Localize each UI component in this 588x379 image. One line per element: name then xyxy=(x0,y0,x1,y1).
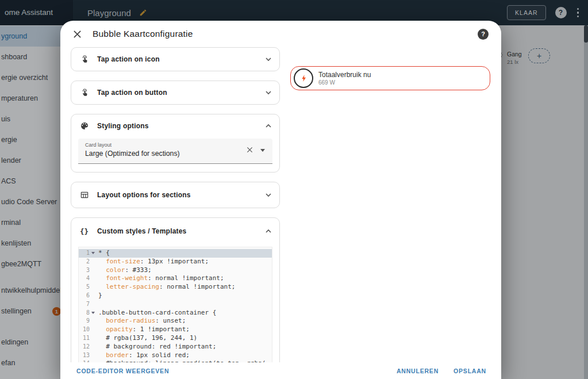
close-icon[interactable] xyxy=(73,30,82,39)
panel-layout-options-for-sections: Layout options for sections xyxy=(71,182,280,208)
panel-tap-action-on-button-toggle[interactable]: Tap action on button xyxy=(71,81,279,104)
code-gutter: 7 xyxy=(79,300,96,309)
bubble-card-preview[interactable]: Totaalverbruik nu 669 W xyxy=(290,66,490,90)
code-line[interactable]: 3 color: #333; xyxy=(79,266,272,275)
panel-custom-styles-toggle[interactable]: {} Custom styles / Templates xyxy=(71,218,279,244)
code-line[interactable]: 6} xyxy=(79,292,272,300)
panel-tap-action-on-icon-toggle[interactable]: Tap action on icon xyxy=(71,48,279,71)
code-line[interactable]: 7 xyxy=(79,300,272,309)
flash-icon xyxy=(294,68,313,88)
save-button[interactable]: OPSLAAN xyxy=(454,367,486,374)
code-line[interactable]: 10 opacity: 1 !important; xyxy=(79,326,272,334)
code-line[interactable]: 4 font-weight: normal !important; xyxy=(79,274,272,283)
code-gutter: 11 xyxy=(79,334,96,343)
panel-label: Custom styles / Templates xyxy=(97,227,187,235)
dialog-header: Bubble Kaartconfiguratie ? xyxy=(60,21,501,47)
code-gutter: 5 xyxy=(79,283,96,292)
fold-arrow-icon[interactable] xyxy=(91,252,95,254)
code-gutter: 13 xyxy=(79,351,96,360)
bubble-card-config-dialog: Bubble Kaartconfiguratie ? Tap action on… xyxy=(60,21,501,379)
code-gutter: 8 xyxy=(79,309,96,317)
panel-tap-action-on-button: Tap action on button xyxy=(71,81,280,105)
screen: ome Assistant Playground KLAAR ? yground… xyxy=(0,0,588,379)
preview-value: 669 W xyxy=(318,79,371,86)
code-gutter: 10 xyxy=(79,326,96,334)
panel-styling-options: Styling options Card layout Large (Optim… xyxy=(71,114,280,173)
card-layout-select[interactable]: Card layout Large (Optimized for section… xyxy=(78,139,272,164)
chevron-down-icon xyxy=(265,193,272,197)
cancel-button[interactable]: ANNULEREN xyxy=(397,367,439,374)
dialog-title: Bubble Kaartconfiguratie xyxy=(93,29,193,39)
code-line[interactable]: 9 border-radius: unset; xyxy=(79,317,272,326)
code-line[interactable]: 5 letter-spacing: normal !important; xyxy=(79,283,272,292)
code-line[interactable]: 1* { xyxy=(79,249,272,258)
clear-icon[interactable] xyxy=(247,147,253,153)
code-gutter: 9 xyxy=(79,317,96,326)
panel-custom-styles: {} Custom styles / Templates 1* {2 font-… xyxy=(71,217,280,362)
code-gutter: 12 xyxy=(79,343,96,351)
code-line[interactable]: 12 # background: red !important; xyxy=(79,343,272,351)
chevron-up-icon xyxy=(265,124,272,128)
dropdown-caret-icon[interactable] xyxy=(260,149,265,152)
dialog-footer: CODE-EDITOR WEERGEVEN ANNULEREN OPSLAAN xyxy=(60,362,501,379)
code-editor[interactable]: 1* {2 font-size: 13px !important;3 color… xyxy=(78,247,272,362)
code-gutter: 3 xyxy=(79,266,96,275)
code-gutter: 1 xyxy=(79,249,96,258)
panel-label: Styling options xyxy=(97,122,149,130)
code-line[interactable]: 2 font-size: 13px !important; xyxy=(79,258,272,266)
panel-label: Layout options for sections xyxy=(97,191,191,199)
panel-label: Tap action on icon xyxy=(97,55,160,63)
chevron-down-icon xyxy=(265,90,272,95)
code-gutter: 2 xyxy=(79,258,96,266)
config-panels-column: Tap action on icon Tap action on button xyxy=(71,47,280,362)
panel-tap-action-on-icon: Tap action on icon xyxy=(71,47,280,71)
panel-layout-options-toggle[interactable]: Layout options for sections xyxy=(71,182,279,208)
grid-layout-icon xyxy=(79,190,89,200)
show-code-editor-button[interactable]: CODE-EDITOR WEERGEVEN xyxy=(76,367,169,374)
code-line[interactable]: 8.bubble-button-card-container { xyxy=(79,309,272,317)
card-layout-value: Large (Optimized for sections) xyxy=(85,150,236,158)
code-gutter: 4 xyxy=(79,274,96,283)
code-line[interactable]: 11 # rgba(137, 196, 244, 1) xyxy=(79,334,272,343)
gesture-tap-icon xyxy=(79,55,89,64)
fold-arrow-icon[interactable] xyxy=(91,312,95,314)
code-gutter: 6 xyxy=(79,292,96,300)
braces-icon: {} xyxy=(79,227,89,236)
dialog-help-icon[interactable]: ? xyxy=(478,29,489,40)
gesture-tap-icon xyxy=(79,88,89,97)
chevron-up-icon xyxy=(265,229,272,233)
panel-label: Tap action on button xyxy=(97,89,167,97)
card-layout-label: Card layout xyxy=(85,142,236,148)
panel-styling-options-toggle[interactable]: Styling options xyxy=(71,114,279,137)
preview-title: Totaalverbruik nu xyxy=(318,71,371,79)
chevron-down-icon xyxy=(265,57,272,62)
palette-icon xyxy=(79,121,89,131)
code-line[interactable]: 13 border: 1px solid red; xyxy=(79,351,272,360)
